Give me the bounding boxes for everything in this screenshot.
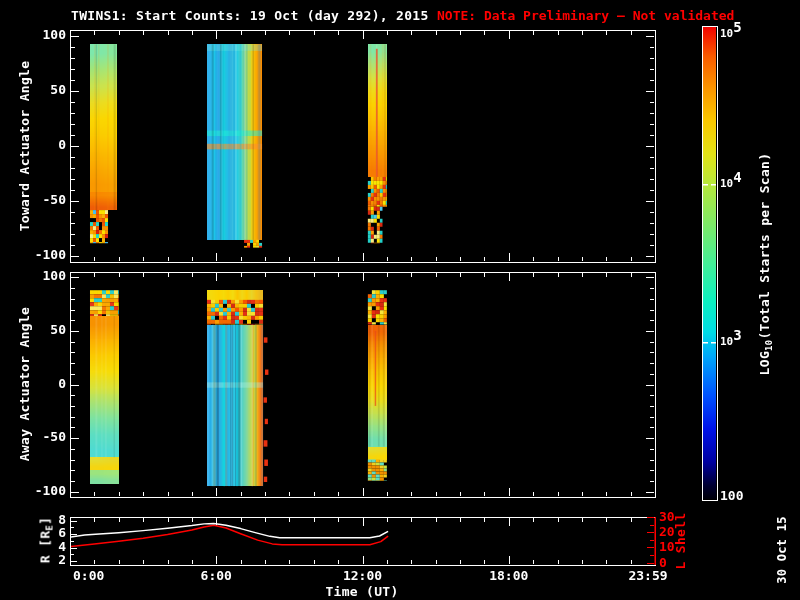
colorbar-tick-label: 103 xyxy=(720,332,742,348)
y-tick-label: 100 xyxy=(22,27,66,42)
plot-window: TWINS1: Start Counts: 19 Oct (day 292), … xyxy=(0,0,800,600)
y-tick-label: 0 xyxy=(22,137,66,152)
y-tick-label: 50 xyxy=(22,82,66,97)
y-tick-label: 100 xyxy=(22,268,66,283)
y-tick-label: -100 xyxy=(22,247,66,262)
colorbar-tick-label: 104 xyxy=(720,174,742,190)
y-tick-label: -50 xyxy=(22,429,66,444)
colorbar-title-text: LOG xyxy=(757,351,772,375)
y-tick-label: 0 xyxy=(22,376,66,391)
x-tick-label: 23:59 xyxy=(628,568,667,583)
x-tick-label: 6:00 xyxy=(201,568,232,583)
preliminary-note: NOTE: Data Preliminary – Not validated xyxy=(437,8,734,23)
colorbar-title-sub: 10 xyxy=(764,340,774,351)
colorbar-title-rest: (Total Starts per Scan) xyxy=(757,153,772,340)
colorbar-bottom-label: 100 xyxy=(720,488,743,503)
plot-canvas xyxy=(0,0,800,600)
r-tick-label: 2 xyxy=(22,552,66,567)
colorbar-tick-label: 105 xyxy=(720,24,742,40)
x-axis-title: Time (UT) xyxy=(325,584,398,599)
y-tick-label: -50 xyxy=(22,192,66,207)
page-title: TWINS1: Start Counts: 19 Oct (day 292), … xyxy=(71,8,429,23)
r-tick-label: 6 xyxy=(22,525,66,540)
lshell-tick-label: 10 xyxy=(659,539,675,554)
date-stamp: 30 Oct 15 xyxy=(775,516,789,584)
x-tick-label: 0:00 xyxy=(73,568,104,583)
y-tick-label: 50 xyxy=(22,322,66,337)
lshell-tick-label: 30 xyxy=(659,509,675,524)
x-tick-label: 12:00 xyxy=(343,568,382,583)
x-tick-label: 18:00 xyxy=(489,568,528,583)
y-tick-label: -100 xyxy=(22,483,66,498)
colorbar-title: LOG10(Total Starts per Scan) xyxy=(757,153,772,376)
lshell-tick-label: 20 xyxy=(659,524,675,539)
